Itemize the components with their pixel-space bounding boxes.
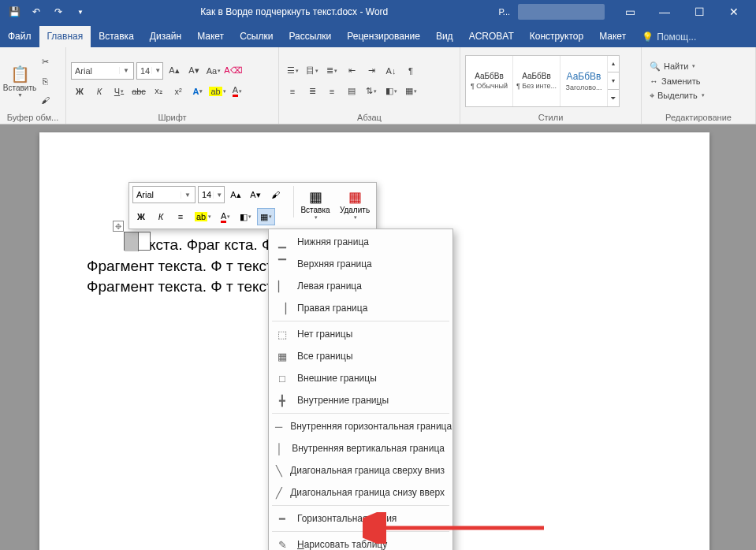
mini-delete-button[interactable]: ▦ Удалить ▾ bbox=[337, 186, 373, 224]
find-button[interactable]: 🔍 Найти ▾ bbox=[646, 60, 708, 73]
close-icon[interactable]: ✕ bbox=[717, 0, 751, 24]
subscript-button[interactable]: x₂ bbox=[150, 83, 167, 100]
align-left-icon[interactable]: ≡ bbox=[284, 83, 301, 100]
bullets-icon[interactable]: ☰▾ bbox=[284, 62, 301, 80]
mini-shrink-font-icon[interactable]: A▾ bbox=[247, 186, 264, 203]
increase-indent-icon[interactable]: ⇥ bbox=[363, 62, 380, 80]
multilevel-list-icon[interactable]: ≣▾ bbox=[323, 62, 341, 80]
decrease-indent-icon[interactable]: ⇤ bbox=[343, 62, 360, 80]
mini-shading-icon[interactable]: ◧▾ bbox=[236, 208, 255, 225]
menu-all-borders[interactable]: ▦Все границы bbox=[269, 345, 452, 367]
qat-customize-icon[interactable]: ▼ bbox=[71, 2, 90, 21]
copy-icon[interactable]: ⎘ bbox=[36, 72, 54, 90]
save-icon[interactable]: 💾 bbox=[5, 2, 24, 21]
menu-inside-horizontal[interactable]: ─Внутренняя горизонтальная граница bbox=[269, 415, 452, 437]
redo-icon[interactable]: ↷ bbox=[49, 2, 68, 21]
mini-highlight-icon[interactable]: ab▾ bbox=[192, 208, 214, 225]
menu-draw-table[interactable]: ✎Нарисовать таблицу bbox=[269, 533, 452, 550]
shrink-font-icon[interactable]: A▾ bbox=[185, 62, 203, 80]
clear-formatting-icon[interactable]: A⌫ bbox=[225, 62, 242, 80]
font-name-combo[interactable]: Arial ▼ bbox=[71, 62, 134, 80]
justify-icon[interactable]: ▤ bbox=[343, 83, 360, 100]
format-painter-icon[interactable]: 🖌 bbox=[36, 91, 54, 109]
styles-up-icon[interactable]: ▴ bbox=[608, 56, 619, 73]
table-move-handle-icon[interactable]: ✥ bbox=[113, 221, 124, 232]
tell-me-search[interactable]: 💡 Помощ... bbox=[634, 27, 704, 47]
menu-diagonal-up[interactable]: ╱Диагональная граница снизу вверх bbox=[269, 481, 452, 504]
tab-layout2[interactable]: Макет bbox=[591, 26, 634, 47]
styles-more-icon[interactable]: ⏷ bbox=[608, 90, 619, 106]
line-spacing-icon[interactable]: ⇅▾ bbox=[363, 83, 380, 100]
text-effects-icon[interactable]: A▾ bbox=[189, 83, 207, 100]
highlight-icon[interactable]: ab▾ bbox=[209, 83, 226, 100]
group-styles: АаБбВв ¶ Обычный АаБбВв ¶ Без инте... Аа… bbox=[460, 47, 642, 124]
menu-bottom-border[interactable]: ▁Нижняя граница bbox=[269, 231, 452, 253]
menu-right-border[interactable]: ▕Правая граница bbox=[269, 297, 452, 319]
tab-constructor[interactable]: Конструктор bbox=[522, 26, 591, 47]
maximize-icon[interactable]: ☐ bbox=[682, 0, 717, 24]
menu-horizontal-line[interactable]: ━Горизонтальная линия bbox=[269, 507, 452, 530]
tab-view[interactable]: Вид bbox=[428, 26, 461, 47]
mini-italic-button[interactable]: К bbox=[152, 208, 169, 225]
style-normal[interactable]: АаБбВв ¶ Обычный bbox=[466, 56, 513, 106]
mini-format-painter-icon[interactable]: 🖌 bbox=[266, 186, 284, 203]
border-none-icon: ⬚ bbox=[275, 327, 289, 341]
minimize-icon[interactable]: — bbox=[647, 0, 682, 24]
underline-button[interactable]: Ч▾ bbox=[110, 83, 128, 100]
style-no-spacing[interactable]: АаБбВв ¶ Без инте... bbox=[513, 56, 560, 106]
sort-icon[interactable]: A↓ bbox=[382, 62, 400, 80]
font-size-combo[interactable]: 14 ▼ bbox=[136, 62, 163, 80]
tab-layout[interactable]: Макет bbox=[189, 26, 232, 47]
menu-no-border[interactable]: ⬚Нет границы bbox=[269, 323, 452, 345]
replace-button[interactable]: ↔ Заменить bbox=[646, 75, 708, 87]
ribbon-options-icon[interactable]: ▭ bbox=[613, 0, 647, 24]
tab-references[interactable]: Ссылки bbox=[232, 26, 281, 47]
mini-font-color-icon[interactable]: A▾ bbox=[217, 208, 234, 225]
style-heading[interactable]: АаБбВв Заголово... bbox=[560, 56, 608, 106]
tab-home[interactable]: Главная bbox=[39, 26, 91, 47]
horizontal-line-icon: ━ bbox=[275, 511, 289, 526]
paste-button[interactable]: 📋 Вставить ▼ bbox=[5, 61, 35, 101]
undo-icon[interactable]: ↶ bbox=[27, 2, 46, 21]
styles-down-icon[interactable]: ▾ bbox=[608, 72, 619, 90]
menu-inside-borders[interactable]: ╋Внутренние границы bbox=[269, 389, 452, 411]
strikethrough-button[interactable]: abc bbox=[130, 83, 147, 100]
mini-borders-icon[interactable]: ▦▾ bbox=[257, 208, 275, 225]
shading-icon[interactable]: ◧▾ bbox=[382, 83, 400, 100]
change-case-icon[interactable]: Aa▾ bbox=[205, 62, 222, 80]
border-outside-icon: □ bbox=[275, 371, 289, 385]
tab-mailings[interactable]: Рассылки bbox=[281, 26, 339, 47]
borders-icon[interactable]: ▦▾ bbox=[402, 83, 419, 100]
tab-design[interactable]: Дизайн bbox=[142, 26, 189, 47]
tab-review[interactable]: Рецензирование bbox=[339, 26, 428, 47]
cut-icon[interactable]: ✂ bbox=[36, 54, 54, 71]
align-right-icon[interactable]: ≡ bbox=[323, 83, 341, 100]
italic-button[interactable]: К bbox=[91, 83, 108, 100]
tab-file[interactable]: Файл bbox=[0, 26, 39, 47]
mini-font-name-combo[interactable]: Arial ▼ bbox=[132, 186, 196, 203]
menu-left-border[interactable]: ▏Левая граница bbox=[269, 275, 452, 297]
mini-font-size-combo[interactable]: 14 ▼ bbox=[198, 186, 225, 203]
menu-diagonal-down[interactable]: ╲Диагональная граница сверху вниз bbox=[269, 459, 452, 481]
mini-bold-button[interactable]: Ж bbox=[132, 208, 150, 225]
show-marks-icon[interactable]: ¶ bbox=[402, 62, 419, 80]
grow-font-icon[interactable]: A▴ bbox=[166, 62, 183, 80]
border-inside-icon: ╋ bbox=[275, 393, 289, 407]
mini-insert-button[interactable]: ▦ Вставка ▾ bbox=[297, 186, 333, 224]
tab-acrobat[interactable]: ACROBAT bbox=[461, 26, 522, 47]
menu-top-border[interactable]: ▔Верхняя граница bbox=[269, 253, 452, 275]
border-right-icon: ▕ bbox=[275, 301, 289, 315]
selected-table-cell[interactable] bbox=[124, 232, 151, 251]
numbering-icon[interactable]: ⽬▾ bbox=[304, 62, 321, 80]
select-button[interactable]: ⌖ Выделить ▾ bbox=[646, 89, 708, 102]
menu-outside-borders[interactable]: □Внешние границы bbox=[269, 367, 452, 389]
mini-grow-font-icon[interactable]: A▴ bbox=[227, 186, 244, 203]
separator bbox=[272, 413, 449, 414]
align-center-icon[interactable]: ≣ bbox=[304, 83, 321, 100]
menu-inside-vertical[interactable]: │Внутренняя вертикальная граница bbox=[269, 437, 452, 459]
superscript-button[interactable]: x² bbox=[169, 83, 187, 100]
tab-insert[interactable]: Вставка bbox=[91, 26, 142, 47]
font-color-icon[interactable]: A▾ bbox=[229, 83, 246, 100]
bold-button[interactable]: Ж bbox=[71, 83, 88, 100]
mini-align-icon[interactable]: ≡ bbox=[172, 208, 189, 225]
